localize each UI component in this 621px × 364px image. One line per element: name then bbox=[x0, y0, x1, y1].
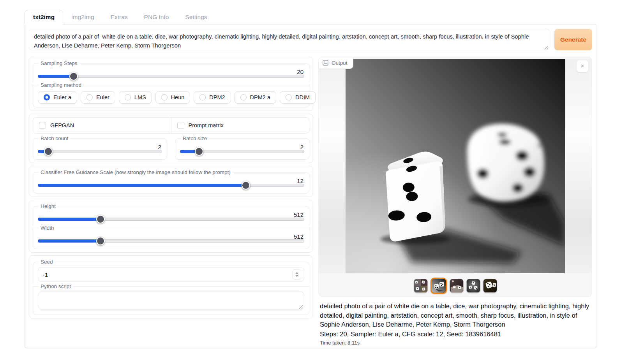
radio-dpm2-a[interactable]: DPM2 a bbox=[235, 91, 276, 104]
radio-dpm2[interactable]: DPM2 bbox=[194, 91, 231, 104]
checkbox-icon[interactable] bbox=[177, 122, 184, 129]
seed-field: Seed -1 bbox=[33, 259, 309, 283]
close-output-button[interactable]: × bbox=[577, 60, 588, 72]
radio-label: DDIM bbox=[295, 94, 310, 100]
output-thumbnail-1[interactable] bbox=[414, 279, 428, 293]
cfg-group: Classifier Free Guidance Scale (how stro… bbox=[29, 166, 313, 197]
gfpgan-checkbox[interactable]: GFPGAN bbox=[33, 118, 171, 133]
batch-size-label: Batch size bbox=[181, 135, 209, 141]
toggles-row: GFPGAN Prompt matrix bbox=[33, 117, 309, 134]
tab-txt2img[interactable]: txt2img bbox=[25, 10, 63, 24]
gfpgan-label: GFPGAN bbox=[50, 122, 74, 128]
time-taken: Time taken: 8.11s bbox=[320, 340, 591, 346]
python-script-label: Python script bbox=[39, 283, 73, 289]
radio-dot-icon bbox=[199, 94, 206, 100]
radio-label: DPM2 a bbox=[250, 94, 270, 100]
seed-script-group: Seed -1 Python script bbox=[29, 255, 313, 318]
width-slider[interactable] bbox=[38, 237, 304, 245]
image-left-fade bbox=[319, 59, 346, 273]
seed-spinner[interactable] bbox=[293, 269, 301, 280]
radio-label: LMS bbox=[134, 94, 146, 100]
spinner-down-icon[interactable] bbox=[295, 275, 298, 277]
sampling-steps-field: Sampling Steps 20 bbox=[33, 60, 309, 82]
output-label: Output bbox=[332, 60, 348, 66]
batch-size-slider-thumb[interactable] bbox=[195, 147, 203, 156]
settings-column: Sampling Steps 20 Sampling method Eul bbox=[29, 57, 313, 318]
sampling-method-label: Sampling method bbox=[39, 82, 83, 88]
prompt-input[interactable]: detailed photo of a pair of white die on… bbox=[29, 29, 549, 50]
seed-label: Seed bbox=[39, 259, 55, 265]
cfg-scale-label: Classifier Free Guidance Scale (how stro… bbox=[39, 169, 233, 175]
radio-ddim[interactable]: DDIM bbox=[280, 91, 316, 104]
checkbox-icon[interactable] bbox=[39, 122, 46, 129]
generated-image-dice[interactable] bbox=[346, 59, 565, 273]
output-column: Output × bbox=[318, 57, 592, 346]
radio-label: Euler a bbox=[53, 94, 71, 100]
width-slider-thumb[interactable] bbox=[96, 237, 105, 245]
height-label: Height bbox=[39, 203, 58, 209]
radio-label: Euler bbox=[96, 94, 109, 100]
batch-size-field: Batch size 2 bbox=[175, 135, 309, 160]
width-label: Width bbox=[39, 225, 56, 231]
output-thumbnail-4[interactable] bbox=[466, 279, 480, 293]
app-root: txt2img img2img Extras PNG Info Settings… bbox=[25, 10, 596, 348]
height-slider[interactable] bbox=[38, 215, 304, 223]
sampling-method-options: Euler a Euler LMS bbox=[38, 91, 304, 104]
sampling-steps-label: Sampling Steps bbox=[39, 60, 79, 66]
size-group: Height 512 Width 512 bbox=[29, 200, 313, 253]
tab-extras[interactable]: Extras bbox=[102, 10, 136, 24]
radio-dot-icon bbox=[125, 94, 131, 100]
spinner-up-icon[interactable] bbox=[295, 272, 298, 274]
tab-img2img[interactable]: img2img bbox=[63, 10, 102, 24]
batch-count-field: Batch count 2 bbox=[33, 135, 167, 160]
image-icon bbox=[323, 60, 328, 66]
output-header: Output bbox=[319, 57, 353, 69]
generate-button[interactable]: Generate bbox=[554, 29, 592, 50]
python-script-field: Python script bbox=[33, 283, 309, 315]
radio-dot-icon bbox=[161, 94, 168, 100]
output-gallery bbox=[319, 278, 592, 294]
image-stage bbox=[319, 59, 592, 273]
seed-value: -1 bbox=[43, 271, 48, 278]
cfg-scale-slider[interactable] bbox=[38, 181, 304, 190]
width-field: Width 512 bbox=[33, 225, 309, 249]
sampling-steps-slider[interactable] bbox=[38, 72, 304, 81]
sampling-steps-slider-thumb[interactable] bbox=[69, 72, 78, 81]
output-thumbnail-3[interactable] bbox=[450, 279, 464, 293]
tab-settings[interactable]: Settings bbox=[177, 10, 215, 24]
prompt-row: detailed photo of a pair of white die on… bbox=[29, 29, 592, 52]
prompt-matrix-label: Prompt matrix bbox=[189, 122, 224, 128]
radio-lms[interactable]: LMS bbox=[119, 91, 152, 104]
radio-euler[interactable]: Euler bbox=[81, 91, 115, 104]
sampling-group: Sampling Steps 20 Sampling method Eul bbox=[29, 57, 313, 111]
batch-count-slider[interactable] bbox=[38, 147, 162, 156]
sampling-method-field: Sampling method Euler a Euler bbox=[33, 82, 309, 107]
radio-dot-icon bbox=[44, 94, 50, 100]
output-params: Steps: 20, Sampler: Euler a, CFG scale: … bbox=[320, 330, 591, 339]
output-caption: detailed photo of a pair of white die on… bbox=[320, 302, 591, 329]
tab-png-info[interactable]: PNG Info bbox=[136, 10, 177, 24]
output-thumbnail-2-selected[interactable] bbox=[430, 278, 447, 294]
python-script-input[interactable] bbox=[38, 292, 304, 309]
radio-euler-a[interactable]: Euler a bbox=[38, 91, 77, 104]
tab-bar: txt2img img2img Extras PNG Info Settings bbox=[25, 10, 596, 24]
batch-count-slider-thumb[interactable] bbox=[44, 147, 53, 156]
cfg-scale-field: Classifier Free Guidance Scale (how stro… bbox=[33, 169, 309, 193]
radio-label: Heun bbox=[171, 94, 185, 100]
output-thumbnail-5[interactable] bbox=[483, 279, 497, 293]
seed-input[interactable]: -1 bbox=[38, 267, 304, 282]
batch-size-slider[interactable] bbox=[180, 147, 304, 156]
radio-heun[interactable]: Heun bbox=[155, 91, 191, 104]
image-right-fade bbox=[565, 59, 592, 273]
radio-dot-icon bbox=[286, 94, 292, 100]
height-field: Height 512 bbox=[33, 203, 309, 225]
prompt-matrix-checkbox[interactable]: Prompt matrix bbox=[171, 118, 309, 133]
batch-count-label: Batch count bbox=[39, 135, 70, 141]
height-slider-thumb[interactable] bbox=[96, 215, 105, 223]
radio-dot-icon bbox=[240, 94, 247, 100]
radio-dot-icon bbox=[86, 94, 93, 100]
radio-label: DPM2 bbox=[209, 94, 225, 100]
txt2img-panel: detailed photo of a pair of white die on… bbox=[25, 24, 596, 348]
cfg-scale-slider-thumb[interactable] bbox=[242, 181, 250, 190]
batch-group: GFPGAN Prompt matrix Batch count 2 bbox=[29, 114, 313, 163]
